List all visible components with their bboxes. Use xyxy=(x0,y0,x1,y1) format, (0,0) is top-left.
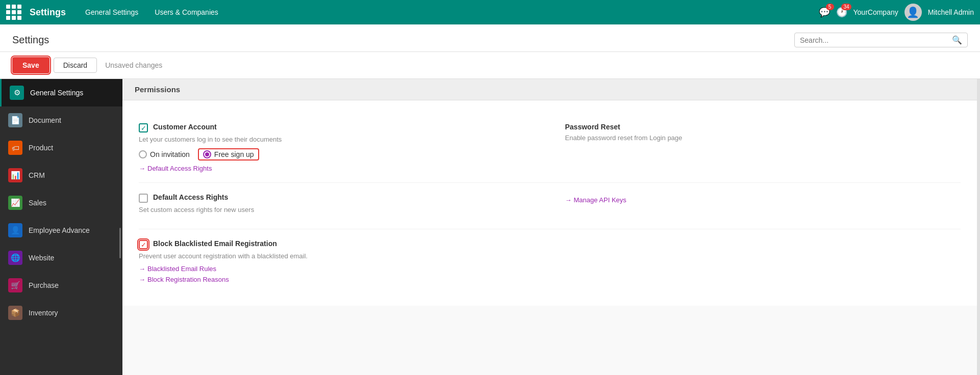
nav-users-companies[interactable]: Users & Companies xyxy=(147,4,225,20)
navbar: Settings General Settings Users & Compan… xyxy=(0,0,980,24)
checkmark-red-icon: ✓ xyxy=(141,241,146,249)
manage-api-keys-link[interactable]: → Manage API Keys xyxy=(565,196,961,204)
employee-advance-icon: 👤 xyxy=(8,223,22,237)
customer-account-desc: Let your customers log in to see their d… xyxy=(139,136,535,143)
sidebar-item-inventory[interactable]: 📦 Inventory xyxy=(0,299,122,327)
purchase-icon: 🛒 xyxy=(8,278,22,292)
block-blacklisted-checkbox[interactable]: ✓ xyxy=(139,240,148,249)
perm-customer-account-left: ✓ Customer Account Let your customers lo… xyxy=(139,123,535,172)
right-scrollbar xyxy=(977,79,980,375)
default-access-rights-link[interactable]: → Default Access Rights xyxy=(139,165,535,172)
general-settings-icon: ⚙ xyxy=(10,86,24,100)
sidebar-item-purchase[interactable]: 🛒 Purchase xyxy=(0,272,122,299)
product-icon: 🏷 xyxy=(8,141,22,155)
permission-row-customer-account: ✓ Customer Account Let your customers lo… xyxy=(139,113,961,183)
search-input[interactable] xyxy=(800,36,952,44)
block-registration-reasons-label: Block Registration Reasons xyxy=(147,276,229,283)
app-title: Settings xyxy=(30,7,66,18)
perm-block-blacklisted-header: ✓ Block Blacklisted Email Registration xyxy=(139,239,535,249)
radio-free-signup[interactable]: Free sign up xyxy=(198,148,259,160)
sidebar-scrollbar xyxy=(119,228,121,258)
sidebar-label-employee-advance: Employee Advance xyxy=(29,226,90,234)
search-icon[interactable]: 🔍 xyxy=(952,35,962,45)
radio-on-invitation[interactable]: On invitation xyxy=(139,150,190,158)
customer-account-title: Customer Account xyxy=(153,123,217,131)
arrow-icon: → xyxy=(139,165,145,172)
perm-customer-account-header: ✓ Customer Account xyxy=(139,123,535,132)
apps-menu-icon[interactable] xyxy=(6,5,21,20)
username[interactable]: Mitchell Admin xyxy=(928,8,974,16)
page-header: Settings 🔍 xyxy=(0,24,980,52)
blacklisted-email-rules-label: Blacklisted Email Rules xyxy=(147,265,216,273)
password-reset-desc: Enable password reset from Login page xyxy=(565,134,961,142)
sidebar-label-purchase: Purchase xyxy=(29,281,59,289)
navbar-right: 💬 5 🕐 34 YourCompany 👤 Mitchell Admin xyxy=(819,4,974,21)
sidebar-label-general-settings: General Settings xyxy=(30,89,83,97)
messages-icon[interactable]: 💬 5 xyxy=(819,7,830,18)
password-reset-title: Password Reset xyxy=(565,123,620,131)
content-area: Permissions ✓ Customer Account Let your … xyxy=(122,79,977,375)
messages-badge: 5 xyxy=(826,4,834,10)
sales-icon: 📈 xyxy=(8,196,22,210)
sidebar-item-website[interactable]: 🌐 Website xyxy=(0,244,122,272)
radio-free-signup-label: Free sign up xyxy=(214,150,254,158)
default-access-desc: Set custom access rights for new users xyxy=(139,206,535,213)
permissions-body: ✓ Customer Account Let your customers lo… xyxy=(122,100,977,306)
sidebar-label-document: Document xyxy=(29,116,61,124)
default-access-rights-label: Default Access Rights xyxy=(147,165,212,172)
sidebar-item-general-settings[interactable]: ⚙ General Settings xyxy=(0,79,122,106)
activity-icon[interactable]: 🕐 34 xyxy=(836,7,847,18)
permissions-title: Permissions xyxy=(135,85,180,94)
permission-row-block-blacklisted: ✓ Block Blacklisted Email Registration P… xyxy=(139,229,961,293)
blacklisted-arrow-icon: → xyxy=(139,265,145,273)
sidebar-item-sales[interactable]: 📈 Sales xyxy=(0,189,122,217)
permissions-section-header: Permissions xyxy=(122,79,977,100)
block-reg-arrow-icon: → xyxy=(139,276,145,283)
navbar-menu: General Settings Users & Companies xyxy=(78,4,811,20)
sidebar-item-crm[interactable]: 📊 CRM xyxy=(0,162,122,189)
sidebar-label-crm: CRM xyxy=(29,171,45,179)
crm-icon: 📊 xyxy=(8,168,22,182)
manage-api-arrow-icon: → xyxy=(565,196,572,204)
sidebar-item-employee-advance[interactable]: 👤 Employee Advance xyxy=(0,217,122,244)
avatar[interactable]: 👤 xyxy=(904,4,922,21)
perm-block-blacklisted-left: ✓ Block Blacklisted Email Registration P… xyxy=(139,239,535,283)
block-registration-reasons-link[interactable]: → Block Registration Reasons xyxy=(139,276,535,283)
radio-free-signup-circle[interactable] xyxy=(203,150,211,158)
sidebar-item-document[interactable]: 📄 Document xyxy=(0,106,122,134)
block-blacklisted-desc: Prevent user account registration with a… xyxy=(139,252,535,260)
page-title: Settings xyxy=(12,34,49,46)
save-button[interactable]: Save xyxy=(12,57,49,73)
perm-default-access-left: Default Access Rights Set custom access … xyxy=(139,193,535,219)
discard-button[interactable]: Discard xyxy=(54,58,97,73)
unsaved-changes-label: Unsaved changes xyxy=(105,61,162,69)
customer-account-checkbox[interactable]: ✓ xyxy=(139,123,148,132)
inventory-icon: 📦 xyxy=(8,306,22,320)
customer-account-radio-group: On invitation Free sign up xyxy=(139,148,535,160)
company-name[interactable]: YourCompany xyxy=(853,8,898,16)
sidebar-label-sales: Sales xyxy=(29,199,46,207)
default-access-title: Default Access Rights xyxy=(153,193,228,201)
default-access-checkbox[interactable] xyxy=(139,194,148,203)
toolbar: Save Discard Unsaved changes xyxy=(0,52,980,79)
radio-on-invitation-circle[interactable] xyxy=(139,150,147,158)
main-layout: ⚙ General Settings 📄 Document 🏷 Product … xyxy=(0,79,980,375)
perm-block-blacklisted-right xyxy=(565,239,961,283)
radio-on-invitation-label: On invitation xyxy=(150,150,190,158)
sidebar: ⚙ General Settings 📄 Document 🏷 Product … xyxy=(0,79,122,375)
website-icon: 🌐 xyxy=(8,251,22,265)
sidebar-label-inventory: Inventory xyxy=(29,309,58,317)
blacklisted-email-rules-link[interactable]: → Blacklisted Email Rules xyxy=(139,265,535,273)
search-bar[interactable]: 🔍 xyxy=(794,33,968,47)
perm-password-reset-right: Password Reset Enable password reset fro… xyxy=(565,123,961,172)
permission-row-default-access: Default Access Rights Set custom access … xyxy=(139,183,961,229)
checkmark-icon: ✓ xyxy=(141,124,146,132)
block-blacklisted-title: Block Blacklisted Email Registration xyxy=(153,239,277,248)
sidebar-label-product: Product xyxy=(29,144,53,152)
nav-general-settings[interactable]: General Settings xyxy=(78,4,145,20)
activity-badge: 34 xyxy=(841,4,851,10)
perm-manage-api-right: → Manage API Keys xyxy=(565,193,961,219)
manage-api-keys-label: Manage API Keys xyxy=(574,196,626,204)
sidebar-item-product[interactable]: 🏷 Product xyxy=(0,134,122,162)
sidebar-label-website: Website xyxy=(29,254,54,262)
